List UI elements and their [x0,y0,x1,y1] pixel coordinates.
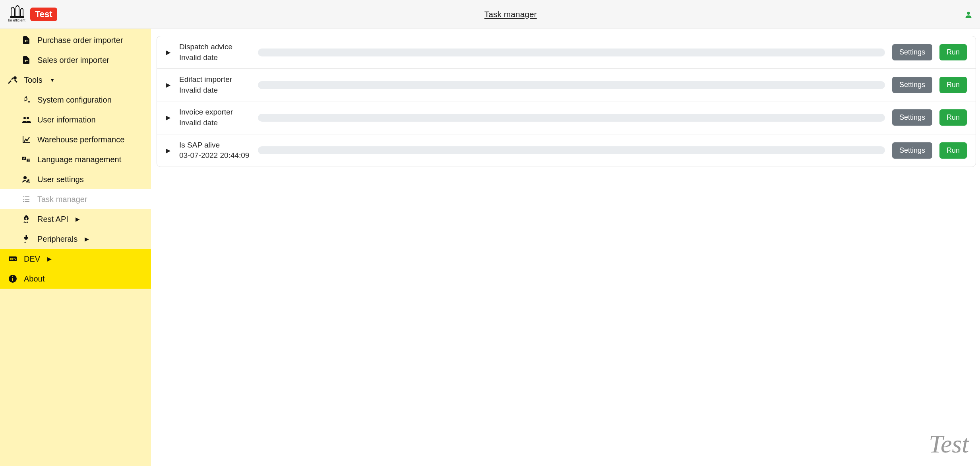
task-name: Is SAP alive [179,140,251,151]
sidebar-item-label: Sales order importer [37,56,109,65]
task-date: Invalid date [179,85,251,96]
sidebar-item-user-settings[interactable]: User settings [0,169,151,189]
sidebar-item-tools[interactable]: Tools▼ [0,70,151,90]
sidebar-item-label: Peripherals [37,235,77,244]
topbar: be efficient Test Task manager [0,0,980,29]
run-button[interactable]: Run [939,142,967,159]
progress-bar [258,81,885,89]
expand-icon[interactable]: ▶ [166,81,172,89]
settings-button[interactable]: Settings [892,109,932,126]
run-button[interactable]: Run [939,77,967,93]
task-name: Edifact importer [179,74,251,85]
caret-right-icon: ▶ [85,236,89,242]
chart-icon [21,135,32,144]
sidebar-item-label: Purchase order importer [37,36,123,45]
caret-right-icon: ▶ [47,256,52,262]
expand-icon[interactable]: ▶ [166,49,172,56]
caret-right-icon: ▶ [76,216,80,222]
user-cog-icon [21,175,32,184]
task-row: ▶Is SAP alive03-07-2022 20:44:09Settings… [157,134,976,167]
rocket-icon [21,214,32,224]
expand-icon[interactable]: ▶ [166,114,172,121]
task-date: Invalid date [179,52,251,63]
users-icon [21,115,32,124]
file-import-icon [21,55,32,65]
plug-icon [21,234,32,244]
tools-icon [7,75,18,85]
settings-button[interactable]: Settings [892,44,932,60]
task-text: Is SAP alive03-07-2022 20:44:09 [179,140,251,161]
sidebar-item-label: System configuration [37,95,112,105]
settings-button[interactable]: Settings [892,142,932,159]
task-row: ▶Edifact importerInvalid dateSettingsRun [157,69,976,101]
logo-subtitle: be efficient [8,18,25,22]
sidebar-item-label: Warehouse performance [37,135,124,144]
env-badge: Test [30,8,57,21]
run-button[interactable]: Run [939,109,967,126]
sidebar-item-language-management[interactable]: Language management [0,150,151,169]
task-name: Invoice exporter [179,107,251,118]
caret-down-icon: ▼ [50,77,55,83]
sidebar-item-system-configuration[interactable]: System configuration [0,90,151,110]
sidebar-item-rest-api[interactable]: Rest API▶ [0,209,151,229]
progress-bar [258,146,885,154]
sidebar-item-label: Tools [24,76,43,85]
task-text: Invoice exporterInvalid date [179,107,251,128]
dev-icon [7,254,18,264]
progress-bar [258,49,885,56]
language-icon [21,155,32,164]
run-button[interactable]: Run [939,44,967,60]
sidebar: Purchase order importerSales order impor… [0,29,151,466]
sidebar-item-user-information[interactable]: User information [0,110,151,130]
task-list: ▶Dispatch adviceInvalid dateSettingsRun▶… [157,36,976,167]
sidebar-item-peripherals[interactable]: Peripherals▶ [0,229,151,249]
info-icon [7,274,18,283]
sidebar-item-label: DEV [24,254,40,264]
task-row: ▶Dispatch adviceInvalid dateSettingsRun [157,36,976,69]
sidebar-item-label: Language management [37,155,121,164]
progress-bar [258,114,885,122]
settings-button[interactable]: Settings [892,77,932,93]
expand-icon[interactable]: ▶ [166,147,172,154]
task-date: Invalid date [179,118,251,128]
page-title[interactable]: Task manager [57,10,964,19]
sidebar-item-label: User information [37,115,96,124]
main-content: ▶Dispatch adviceInvalid dateSettingsRun▶… [151,29,980,466]
task-name: Dispatch advice [179,42,251,52]
task-row: ▶Invoice exporterInvalid dateSettingsRun [157,101,976,134]
sidebar-item-task-manager[interactable]: Task manager [0,189,151,209]
task-date: 03-07-2022 20:44:09 [179,150,251,161]
file-import-icon [21,35,32,45]
cogs-icon [21,95,32,105]
logo-icon: be efficient [7,5,26,24]
sidebar-item-about[interactable]: About [0,269,151,289]
sidebar-item-sales-order-importer[interactable]: Sales order importer [0,50,151,70]
sidebar-item-dev[interactable]: DEV▶ [0,249,151,269]
sidebar-item-warehouse-performance[interactable]: Warehouse performance [0,130,151,150]
sidebar-item-label: User settings [37,175,84,184]
tasks-icon [21,194,32,204]
task-text: Edifact importerInvalid date [179,74,251,95]
sidebar-item-label: Task manager [37,195,87,204]
sidebar-item-label: About [24,274,45,283]
sidebar-item-label: Rest API [37,215,68,224]
user-menu-icon[interactable] [964,9,973,19]
logo-area: be efficient Test [7,5,57,24]
sidebar-item-purchase-order-importer[interactable]: Purchase order importer [0,30,151,50]
task-text: Dispatch adviceInvalid date [179,42,251,63]
